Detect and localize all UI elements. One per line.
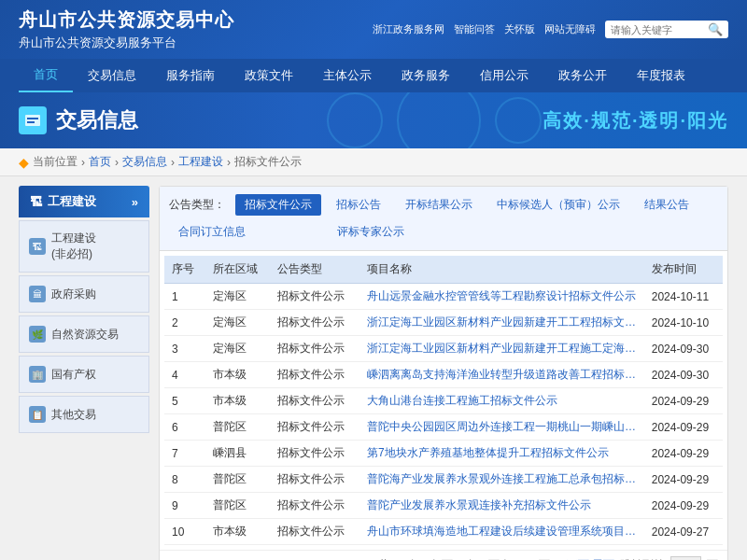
data-table: 序号 所在区域 公告类型 项目名称 发布时间 1定海区招标文件公示舟山远景金融水… xyxy=(164,256,723,545)
pagination-last-page[interactable]: 下页 尾页 xyxy=(567,557,614,561)
nav-item-home[interactable]: 首页 xyxy=(19,59,73,92)
header: 舟山市公共资源交易中心 舟山市公共资源交易服务平台 浙江政务服务网 智能问答 关… xyxy=(0,0,747,59)
breadcrumb-trade[interactable]: 交易信息 xyxy=(122,154,167,170)
table-row: 2定海区招标文件公示浙江定海工业园区新材料产业园新建开工工程招标文件公示2024… xyxy=(164,310,723,336)
tab-bid-doc[interactable]: 招标文件公示 xyxy=(235,194,321,216)
nav-item-service[interactable]: 服务指南 xyxy=(151,60,230,91)
project-name-cell[interactable]: 嵊泗离离岛支持海洋渔业转型升级道路改善工程招标文件公示 xyxy=(359,362,644,388)
table-cell: 1 xyxy=(164,284,205,310)
sidebar-item-other-label: 其他交易 xyxy=(51,407,96,423)
other-icon: 📋 xyxy=(29,406,46,423)
tab-expert[interactable]: 评标专家公示 xyxy=(328,221,414,243)
state-icon: 🏢 xyxy=(29,366,46,383)
sidebar-item-engineering-non[interactable]: 🏗 工程建设(非必招) xyxy=(19,220,149,273)
table-cell: 市本级 xyxy=(205,388,271,414)
project-name-cell[interactable]: 舟山远景金融水控管管线等工程勘察设计招标文件公示 xyxy=(359,284,644,310)
table-cell: 2024-10-11 xyxy=(644,284,723,310)
banner-icon xyxy=(19,106,47,134)
table-cell: 招标文件公示 xyxy=(270,493,359,519)
sidebar-item-gov-purchase[interactable]: 🏛 政府采购 xyxy=(19,275,149,313)
table-cell: 2 xyxy=(164,310,205,336)
nav-bar: 首页 交易信息 服务指南 政策文件 主体公示 政务服务 信用公示 政务公开 年度… xyxy=(0,59,747,92)
table-cell: 招标文件公示 xyxy=(270,441,359,467)
sidebar-header: 🏗 工程建设 » xyxy=(19,186,149,217)
tab-open-result[interactable]: 开标结果公示 xyxy=(396,194,482,216)
link-ai[interactable]: 智能问答 xyxy=(454,22,495,36)
breadcrumb: ◆ 当前位置 › 首页 › 交易信息 › 工程建设 › 招标文件公示 xyxy=(0,148,747,176)
site-title1: 舟山市公共资源交易中心 xyxy=(19,7,234,33)
svg-rect-2 xyxy=(27,121,35,123)
table-cell: 普陀区 xyxy=(205,467,271,493)
breadcrumb-engineering[interactable]: 工程建设 xyxy=(178,154,223,170)
nav-item-subject[interactable]: 主体公示 xyxy=(308,60,387,91)
project-name-cell[interactable]: 浙江定海工业园区新材料产业园新建开工程施工定海工业园区新... xyxy=(359,336,644,362)
sidebar-header-label: 工程建设 xyxy=(48,193,96,210)
table-row: 9普陀区招标文件公示普陀产业发展养水景观连接补充招标文件公示2024-09-29 xyxy=(164,493,723,519)
banner-left: 交易信息 xyxy=(19,106,138,134)
table-row: 3定海区招标文件公示浙江定海工业园区新材料产业园新建开工程施工定海工业园区新..… xyxy=(164,336,723,362)
natural-icon: 🌿 xyxy=(29,326,46,343)
table-cell: 定海区 xyxy=(205,310,271,336)
pagination-total: 共100条，每页10条，页次1/100页， xyxy=(378,557,560,561)
table-cell: 2024-09-29 xyxy=(644,441,723,467)
nav-item-gov[interactable]: 政务服务 xyxy=(387,60,465,91)
project-name-cell[interactable]: 浙江定海工业园区新材料产业园新建开工工程招标文件公示 xyxy=(359,310,644,336)
table-row: 5市本级招标文件公示大角山港台连接工程施工招标文件公示2024-09-29 xyxy=(164,388,723,414)
project-name-cell[interactable]: 普陀海产业发展养水景观外连接工程施工总承包招标文件公示 xyxy=(359,467,644,493)
header-links: 浙江政务服务网 智能问答 关怀版 网站无障碍 xyxy=(373,22,596,36)
nav-item-credit[interactable]: 信用公示 xyxy=(465,60,543,91)
table-cell: 5 xyxy=(164,388,205,414)
link-care[interactable]: 关怀版 xyxy=(504,22,535,36)
tab-result[interactable]: 结果公告 xyxy=(635,194,698,216)
nav-item-annual[interactable]: 年度报表 xyxy=(622,60,700,91)
col-type: 公告类型 xyxy=(270,256,359,284)
pagination: 共100条，每页10条，页次1/100页， 下页 尾页 跳转到第 1 2 3 页 xyxy=(160,550,727,560)
sidebar-item-other[interactable]: 📋 其他交易 xyxy=(19,396,149,433)
table-row: 7嵊泗县招标文件公示第7地块水产养殖基地整体提升工程招标文件公示2024-09-… xyxy=(164,441,723,467)
link-accessible[interactable]: 网站无障碍 xyxy=(544,22,596,36)
sidebar-item-gov-purchase-label: 政府采购 xyxy=(51,287,96,302)
search-icon[interactable]: 🔍 xyxy=(708,22,723,36)
table-cell: 4 xyxy=(164,362,205,388)
nav-item-trade[interactable]: 交易信息 xyxy=(73,60,151,91)
nav-item-policy[interactable]: 政策文件 xyxy=(230,60,308,91)
table-cell: 普陀区 xyxy=(205,414,271,441)
chevron-right-icon: » xyxy=(132,195,138,209)
table-row: 10市本级招标文件公示舟山市环球填海造地工程建设后续建设管理系统项目招标文件公示… xyxy=(164,519,723,545)
tab-contract[interactable]: 合同订立信息 xyxy=(169,221,255,243)
table-cell: 2024-09-29 xyxy=(644,388,723,414)
sidebar-item-natural[interactable]: 🌿 自然资源交易 xyxy=(19,315,149,353)
table-cell: 2024-09-29 xyxy=(644,467,723,493)
site-title2: 舟山市公共资源交易服务平台 xyxy=(19,35,234,51)
sidebar-item-state-label: 国有产权 xyxy=(51,367,96,383)
banner-decoration xyxy=(327,92,542,148)
search-input[interactable] xyxy=(611,24,704,35)
breadcrumb-home[interactable]: 首页 xyxy=(89,154,111,170)
tab-bid-notice[interactable]: 招标公告 xyxy=(327,194,390,216)
table-cell: 市本级 xyxy=(205,362,271,388)
pagination-jump-label: 跳转到第 xyxy=(620,557,665,561)
project-name-cell[interactable]: 普陀产业发展养水景观连接补充招标文件公示 xyxy=(359,493,644,519)
col-name: 项目名称 xyxy=(359,256,644,284)
tab-candidate[interactable]: 中标候选人（预审）公示 xyxy=(487,194,629,216)
table-cell: 招标文件公示 xyxy=(270,362,359,388)
col-date: 发布时间 xyxy=(644,256,723,284)
table-cell: 招标文件公示 xyxy=(270,414,359,441)
project-name-cell[interactable]: 第7地块水产养殖基地整体提升工程招标文件公示 xyxy=(359,441,644,467)
header-right: 浙江政务服务网 智能问答 关怀版 网站无障碍 🔍 xyxy=(373,21,728,38)
table-cell: 定海区 xyxy=(205,336,271,362)
project-name-cell[interactable]: 大角山港台连接工程施工招标文件公示 xyxy=(359,388,644,414)
sidebar-header-icon: 🏗 xyxy=(30,195,42,209)
pagination-page-select[interactable]: 1 2 3 xyxy=(670,556,701,560)
sidebar-item-state[interactable]: 🏢 国有产权 xyxy=(19,356,149,393)
nav-item-open[interactable]: 政务公开 xyxy=(543,60,622,91)
project-name-cell[interactable]: 舟山市环球填海造地工程建设后续建设管理系统项目招标文件公示 xyxy=(359,519,644,545)
table-cell: 招标文件公示 xyxy=(270,388,359,414)
project-name-cell[interactable]: 普陀中央公园园区周边外连接工程一期桃山一期嵊山道路绿化工程招标... xyxy=(359,414,644,441)
link-zhejiang[interactable]: 浙江政务服务网 xyxy=(373,22,444,36)
sidebar-item-engineering-non-label: 工程建设(非必招) xyxy=(51,231,96,262)
table-cell: 市本级 xyxy=(205,519,271,545)
table-cell: 招标文件公示 xyxy=(270,519,359,545)
breadcrumb-current: 当前位置 xyxy=(33,154,78,170)
table-cell: 2024-10-10 xyxy=(644,310,723,336)
